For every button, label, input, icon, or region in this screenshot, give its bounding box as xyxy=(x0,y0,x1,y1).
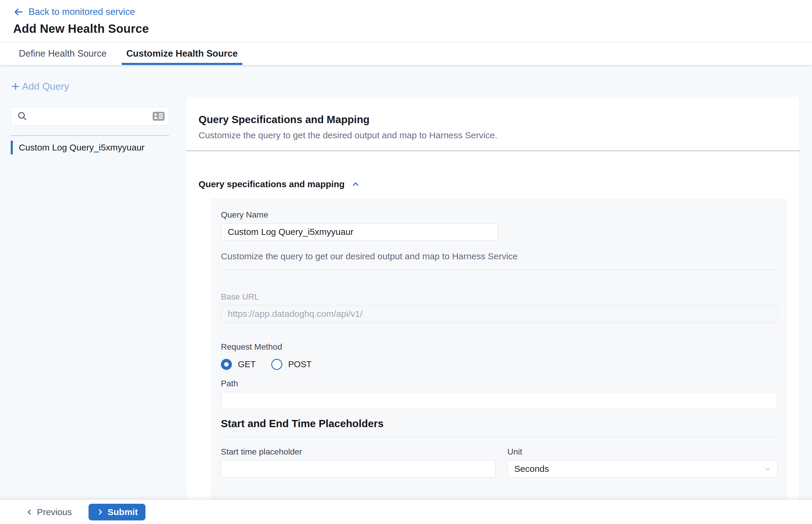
query-name-input[interactable] xyxy=(221,223,498,241)
unit-label: Unit xyxy=(507,447,777,457)
page-header: Back to monitored service Add New Health… xyxy=(0,0,812,42)
back-link[interactable]: Back to monitored service xyxy=(13,6,135,17)
submit-button-label: Submit xyxy=(108,507,138,517)
path-input[interactable] xyxy=(221,392,777,409)
request-method-radio-group: GET POST xyxy=(221,359,777,370)
card-body: Query specifications and mapping Query N… xyxy=(186,151,799,500)
section-title-row: Query specifications and mapping xyxy=(198,179,787,189)
footer-bar: Previous Submit xyxy=(0,500,812,524)
start-time-input[interactable] xyxy=(221,460,496,477)
previous-chevron-icon xyxy=(26,508,33,516)
radio-get-label: GET xyxy=(238,359,256,369)
query-list-item-selected[interactable]: Custom Log Query_i5xmyyuaur xyxy=(11,136,169,154)
query-spec-card: Query Specifications and Mapping Customi… xyxy=(186,96,799,500)
add-query-button[interactable]: Add Query xyxy=(11,80,69,93)
time-placeholders-divider xyxy=(221,437,777,437)
content-area: Add Query Custom Log Query_i5xmyyuaur xyxy=(0,65,812,500)
base-url-label: Base URL xyxy=(221,292,777,302)
collapse-chevron-icon[interactable] xyxy=(351,180,360,189)
contact-card-icon[interactable] xyxy=(152,112,165,121)
back-arrow-icon xyxy=(13,6,24,17)
unit-field: Unit Seconds xyxy=(507,447,777,477)
plus-icon xyxy=(11,82,20,91)
submit-button[interactable]: Submit xyxy=(88,504,146,520)
tab-customize-health-source[interactable]: Customize Health Source xyxy=(124,42,240,65)
add-query-label: Add Query xyxy=(22,81,69,92)
card-header: Query Specifications and Mapping Customi… xyxy=(186,96,799,151)
query-name-helper: Customize the query to get our desired o… xyxy=(221,251,777,261)
search-input[interactable] xyxy=(31,112,149,121)
previous-button[interactable]: Previous xyxy=(20,507,72,517)
time-placeholder-row: Start time placeholder Unit Seconds xyxy=(221,447,777,477)
page-title: Add New Health Source xyxy=(13,22,812,35)
selected-indicator-bar xyxy=(11,141,13,154)
start-time-label: Start time placeholder xyxy=(221,447,496,457)
tab-bar: Define Health Source Customize Health So… xyxy=(0,42,812,65)
path-label: Path xyxy=(221,379,777,388)
time-placeholders-heading: Start and End Time Placeholders xyxy=(221,417,777,429)
request-method-label: Request Method xyxy=(221,342,777,352)
query-sidebar: Add Query Custom Log Query_i5xmyyuaur xyxy=(0,65,186,500)
query-form-panel: Query Name Customize the query to get ou… xyxy=(211,198,787,500)
section-title-label: Query specifications and mapping xyxy=(198,179,345,189)
card-heading: Query Specifications and Mapping xyxy=(198,114,787,126)
form-divider xyxy=(221,270,777,270)
radio-post-unselected-icon[interactable] xyxy=(271,359,282,370)
select-chevron-icon xyxy=(763,465,772,473)
tab-define-health-source[interactable]: Define Health Source xyxy=(16,42,109,65)
start-time-field: Start time placeholder xyxy=(221,447,496,477)
radio-get-selected-icon[interactable] xyxy=(221,359,232,370)
submit-chevron-icon xyxy=(96,508,104,516)
query-search-box xyxy=(11,107,169,126)
card-subheading: Customize the query to get the desired o… xyxy=(198,130,787,141)
unit-select-value: Seconds xyxy=(514,464,763,474)
search-icon xyxy=(17,111,28,121)
main-area: Query Specifications and Mapping Customi… xyxy=(186,65,812,500)
tab-label: Customize Health Source xyxy=(126,48,238,59)
radio-post-label: POST xyxy=(288,359,312,369)
query-item-label: Custom Log Query_i5xmyyuaur xyxy=(19,143,145,153)
radio-option-get[interactable]: GET xyxy=(221,359,256,370)
query-name-label: Query Name xyxy=(221,210,777,220)
tab-label: Define Health Source xyxy=(19,48,107,59)
radio-option-post[interactable]: POST xyxy=(271,359,312,370)
unit-select[interactable]: Seconds xyxy=(507,460,777,477)
back-link-label: Back to monitored service xyxy=(29,6,135,17)
previous-button-label: Previous xyxy=(37,507,72,517)
add-health-source-page: Back to monitored service Add New Health… xyxy=(0,0,812,524)
base-url-input xyxy=(221,305,777,323)
